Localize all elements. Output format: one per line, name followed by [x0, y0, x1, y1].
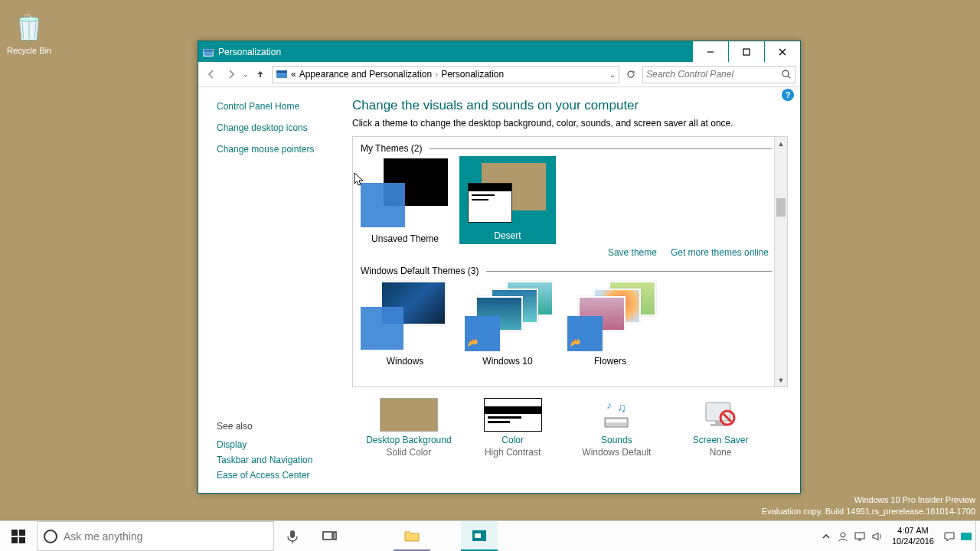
page-subtitle: Click a theme to change the desktop back… — [352, 118, 788, 129]
titlebar[interactable]: Personalization — [198, 41, 800, 62]
personalization-task[interactable] — [461, 521, 498, 551]
palette-icon — [569, 334, 584, 350]
search-input[interactable] — [646, 69, 781, 80]
color-thumb — [484, 398, 542, 432]
up-button[interactable] — [252, 66, 269, 83]
chevron-right-icon: › — [435, 69, 438, 80]
theme-label: Windows 10 — [462, 356, 554, 367]
start-button[interactable] — [0, 521, 37, 551]
palette-icon — [466, 334, 482, 350]
recent-dropdown[interactable]: ⌄ — [243, 70, 249, 78]
theme-windows[interactable]: Windows — [359, 281, 451, 367]
scroll-thumb[interactable] — [776, 198, 786, 217]
maximize-button[interactable] — [729, 41, 764, 62]
display-link[interactable]: Display — [217, 439, 312, 450]
screensaver-tile[interactable]: Screen Saver None — [675, 398, 766, 458]
recycle-bin-label: Recycle Bin — [7, 46, 51, 55]
control-panel-icon — [276, 68, 288, 80]
build-line1: Windows 10 Pro Insider Preview — [762, 494, 975, 506]
svg-rect-5 — [276, 70, 287, 73]
svg-rect-25 — [334, 532, 336, 540]
tray-chevron-icon[interactable] — [820, 530, 832, 543]
file-explorer-task[interactable] — [394, 521, 430, 551]
svg-rect-27 — [475, 533, 481, 538]
address-bar[interactable]: « Appearance and Personalization › Perso… — [272, 66, 619, 83]
svg-rect-20 — [19, 530, 25, 536]
control-panel-icon — [471, 527, 488, 544]
cortana-search[interactable] — [37, 521, 274, 551]
tile-label: Desktop Background — [363, 435, 455, 445]
tile-label: Screen Saver — [675, 435, 766, 445]
page-title: Change the visuals and sounds on your co… — [352, 98, 788, 113]
time: 4:07 AM — [892, 526, 934, 536]
theme-label: Unsaved Theme — [359, 233, 451, 244]
cursor-icon — [354, 172, 364, 190]
scroll-down-button[interactable]: ▼ — [775, 373, 787, 386]
main-content: Change the visuals and sounds on your co… — [348, 87, 800, 493]
theme-flowers[interactable]: Flowers — [564, 281, 656, 367]
taskbar-nav-link[interactable]: Taskbar and Navigation — [217, 455, 312, 465]
build-line2: Evaluation copy. Build 14951.rs_prerelea… — [762, 506, 975, 517]
see-also: See also Display Taskbar and Navigation … — [217, 421, 312, 485]
desktop-bg-thumb — [380, 398, 438, 432]
see-also-header: See also — [217, 421, 312, 432]
cortana-input[interactable] — [64, 530, 267, 543]
change-mouse-pointers-link[interactable]: Change mouse pointers — [217, 144, 341, 155]
desktop-background-tile[interactable]: Desktop Background Solid Color — [363, 398, 455, 458]
mic-button[interactable] — [274, 521, 311, 551]
show-desktop-button[interactable] — [975, 521, 980, 551]
save-theme-link[interactable]: Save theme — [608, 247, 657, 258]
toolbar: ⌄ « Appearance and Personalization › Per… — [198, 62, 800, 87]
scrollbar[interactable]: ▲ ▼ — [774, 137, 787, 386]
crumb-2[interactable]: Personalization — [441, 69, 504, 80]
recycle-bin[interactable]: Recycle Bin — [6, 11, 52, 55]
crumb-1[interactable]: Appearance and Personalization — [299, 69, 432, 80]
clock[interactable]: 4:07 AM 10/24/2016 — [887, 526, 939, 546]
refresh-button[interactable] — [622, 70, 639, 79]
search-icon — [781, 69, 792, 80]
sounds-tile[interactable]: ♪♫ Sounds Windows Default — [570, 398, 662, 458]
address-dropdown[interactable]: ⌄ — [609, 70, 616, 79]
control-panel-home-link[interactable]: Control Panel Home — [217, 101, 341, 112]
svg-point-9 — [573, 340, 575, 341]
ease-of-access-link[interactable]: Ease of Access Center — [217, 470, 312, 481]
close-button[interactable] — [765, 41, 800, 62]
svg-rect-3 — [743, 49, 750, 55]
my-themes-header: My Themes (2) — [361, 143, 772, 154]
svg-rect-14 — [606, 419, 626, 422]
theme-label: Flowers — [564, 356, 656, 367]
svg-point-0 — [19, 17, 39, 21]
screensaver-icon — [691, 398, 750, 432]
task-view-button[interactable] — [311, 521, 348, 551]
back-button[interactable] — [203, 66, 220, 83]
crumb-pre: « — [291, 69, 296, 80]
change-desktop-icons-link[interactable]: Change desktop icons — [217, 122, 341, 133]
input-indicator[interactable] — [960, 530, 972, 543]
theme-unsaved[interactable]: Unsaved Theme — [359, 158, 451, 244]
volume-icon[interactable] — [871, 530, 883, 543]
tile-label: Sounds — [570, 435, 662, 445]
theme-desert[interactable]: Desert — [462, 158, 554, 244]
scroll-up-button[interactable]: ▲ — [775, 137, 787, 150]
network-icon[interactable] — [854, 530, 866, 543]
action-center-icon[interactable] — [943, 530, 956, 543]
tile-value: Solid Color — [363, 447, 455, 458]
window-icon — [203, 47, 214, 57]
theme-windows10[interactable]: Windows 10 — [462, 281, 554, 367]
svg-rect-23 — [290, 530, 295, 538]
date: 10/24/2016 — [892, 536, 934, 546]
forward-button[interactable] — [223, 66, 240, 83]
svg-rect-22 — [19, 537, 25, 543]
tile-value: High Contrast — [467, 447, 559, 458]
search-box[interactable] — [642, 66, 795, 83]
taskbar: 4:07 AM 10/24/2016 — [0, 520, 980, 551]
recycle-bin-icon — [12, 11, 46, 44]
minimize-button[interactable] — [693, 41, 728, 62]
svg-rect-19 — [11, 530, 18, 536]
windows-logo-icon — [11, 530, 25, 543]
svg-point-7 — [471, 340, 472, 341]
people-icon[interactable] — [837, 530, 849, 543]
more-themes-link[interactable]: Get more themes online — [671, 247, 769, 258]
color-tile[interactable]: Color High Contrast — [467, 398, 559, 458]
svg-rect-21 — [11, 537, 18, 543]
